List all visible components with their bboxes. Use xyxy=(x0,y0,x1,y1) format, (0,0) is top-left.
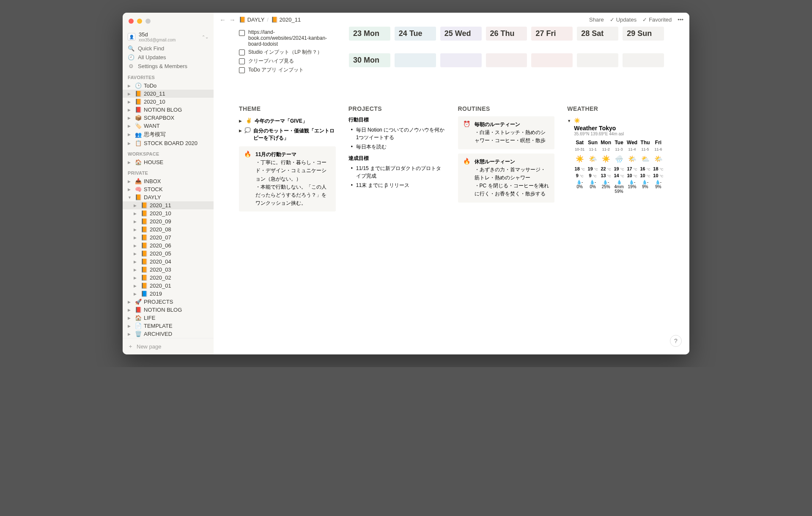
toggle-item[interactable]: ▶✌️ 今年のテーマ「GIVE」 xyxy=(239,116,336,126)
sidebar-item-label: STOCK BOARD 2020 xyxy=(144,140,198,146)
day-label xyxy=(440,53,482,67)
sidebar-item[interactable]: ▶📙2020_09 xyxy=(123,217,214,225)
checkbox[interactable] xyxy=(239,30,245,36)
checkbox[interactable] xyxy=(239,67,245,73)
sidebar-item[interactable]: ▶📙2020_10 xyxy=(123,209,214,217)
calendar-day[interactable]: 29 Sun xyxy=(623,27,664,41)
sidebar-item[interactable]: ▶📙2020_06 xyxy=(123,242,214,250)
updates-button[interactable]: ✓ Updates xyxy=(610,16,636,23)
sidebar-item-label: NOTION BLOG xyxy=(144,107,182,113)
triangle-icon: ▶ xyxy=(134,211,139,216)
sidebar-item[interactable]: ▶🚀PROJECTS xyxy=(123,298,214,306)
settings-members[interactable]: ⚙Settings & Members xyxy=(123,62,214,71)
weather-icon: 🌧️ xyxy=(613,153,625,165)
page-icon: 📙 xyxy=(140,218,148,225)
calendar-day[interactable]: 25 Wed xyxy=(440,27,482,41)
calendar-day[interactable] xyxy=(486,53,527,67)
sidebar-item[interactable]: ▶📙2020_02 xyxy=(123,274,214,282)
sidebar-item[interactable]: ▶👥思考模写 xyxy=(123,130,214,139)
calendar-day[interactable] xyxy=(395,53,436,67)
todo-item[interactable]: Studio インプット（LP 制作？） xyxy=(239,48,332,57)
sidebar-item[interactable]: ▶🗑️ARCHIVED xyxy=(123,330,214,338)
sidebar-item[interactable]: ▶📙2020_07 xyxy=(123,233,214,242)
sidebar-item[interactable]: ▶📄TEMPLATE xyxy=(123,322,214,330)
maximize-icon[interactable] xyxy=(145,19,151,24)
workspace-switcher[interactable]: 👤 35d xxx35d@gmail.com ⌃⌄ xyxy=(123,30,214,44)
sidebar-item[interactable]: ▶📙2020_04 xyxy=(123,258,214,266)
close-icon[interactable] xyxy=(129,19,134,24)
nav-back-button[interactable]: ← xyxy=(219,16,226,23)
weather-day: Mon xyxy=(600,140,612,145)
calendar-day[interactable]: 30 Mon xyxy=(349,53,390,67)
calendar-day[interactable]: 24 Tue xyxy=(395,27,436,41)
sidebar-item[interactable]: ▶📙2020_11 xyxy=(123,90,214,98)
triangle-icon: ▶ xyxy=(128,160,133,165)
window-controls[interactable] xyxy=(129,19,151,24)
sidebar-item[interactable]: ▶📙2020_05 xyxy=(123,250,214,258)
sidebar-item-label: 2020_09 xyxy=(150,218,171,225)
avatar: 👤 xyxy=(128,33,135,41)
triangle-icon: ▶ xyxy=(134,220,139,224)
calendar-day[interactable]: 27 Fri xyxy=(531,27,573,41)
weather-date: 11-1 xyxy=(587,147,598,151)
help-button[interactable]: ? xyxy=(670,335,682,347)
sidebar-item[interactable]: ▶📋STOCK BOARD 2020 xyxy=(123,139,214,147)
todo-item[interactable]: クリープハイプ見る xyxy=(239,57,332,66)
sidebar-item[interactable]: ▶🏠LIFE xyxy=(123,314,214,322)
checkbox[interactable] xyxy=(239,49,245,55)
sidebar-item[interactable]: ▶📙2020_08 xyxy=(123,225,214,233)
weather-high: 16 °C xyxy=(639,166,651,171)
calendar-day[interactable] xyxy=(577,53,618,67)
weather-day: Wed xyxy=(626,140,638,145)
weather-low: 13 °C xyxy=(600,173,612,178)
sidebar-item-label: WANT xyxy=(144,123,160,129)
toggle-item[interactable]: ▶💭 自分のモットー・価値観「エントロピーを下げる」 xyxy=(239,126,336,143)
sidebar-item[interactable]: ▼📙DAYLY xyxy=(123,193,214,201)
calendar-day[interactable]: 26 Thu xyxy=(486,27,527,41)
calendar-day[interactable]: 23 Mon xyxy=(349,27,390,41)
toggle-item[interactable]: ▼☀️ xyxy=(567,116,664,125)
triangle-icon: ▶ xyxy=(134,268,139,272)
all-updates[interactable]: 🕘All Updates xyxy=(123,53,214,62)
sidebar-item[interactable]: ▶📙2020_03 xyxy=(123,266,214,274)
page-icon: 📥 xyxy=(134,178,142,184)
more-icon[interactable]: ••• xyxy=(678,16,683,23)
sidebar-item[interactable]: ▶🧠STOCK xyxy=(123,185,214,193)
theme-column: THEME ▶✌️ 今年のテーマ「GIVE」 ▶💭 自分のモットー・価値観「エン… xyxy=(239,105,336,216)
new-page-button[interactable]: ＋New page xyxy=(123,338,214,354)
sidebar-item-label: LIFE xyxy=(144,315,155,321)
sidebar-item[interactable]: ▶📙2020_10 xyxy=(123,98,214,106)
minimize-icon[interactable] xyxy=(137,19,142,24)
breadcrumb-item[interactable]: 📙 DAYLY xyxy=(239,16,264,23)
nav-forward-button[interactable]: → xyxy=(229,16,236,23)
calendar-day[interactable] xyxy=(440,53,482,67)
todo-item[interactable]: ToDo アプリ インプット xyxy=(239,66,332,74)
sidebar-item[interactable]: ▶📕NOTION BLOG xyxy=(123,306,214,314)
triangle-icon: ▼ xyxy=(567,118,571,124)
calendar-day[interactable]: 28 Sat xyxy=(577,27,618,41)
triangle-icon: ▶ xyxy=(128,124,133,128)
triangle-icon: ▶ xyxy=(128,108,133,112)
sidebar-item[interactable]: ▶📥INBOX xyxy=(123,177,214,185)
sidebar-item[interactable]: ▶🏠HOUSE xyxy=(123,158,214,166)
sidebar-item[interactable]: ▶📕NOTION BLOG xyxy=(123,106,214,114)
calendar-day[interactable] xyxy=(623,53,664,67)
sidebar-item[interactable]: ▶📙2020_01 xyxy=(123,282,214,290)
page-icon: 👥 xyxy=(134,132,142,138)
triangle-icon: ▶ xyxy=(128,316,133,320)
favorited-button[interactable]: ✓ Favorited xyxy=(642,16,672,23)
sidebar-item[interactable]: ▶🏷️WANT xyxy=(123,122,214,130)
sidebar-item[interactable]: ▶🕒ToDo xyxy=(123,82,214,90)
breadcrumb-item[interactable]: 📙 2020_11 xyxy=(271,16,301,23)
checkbox[interactable] xyxy=(239,58,245,64)
todo-item[interactable]: https://land-book.com/websites/20241-kan… xyxy=(239,28,332,48)
sidebar-item[interactable]: ▶📘2019 xyxy=(123,290,214,298)
share-button[interactable]: Share xyxy=(589,16,604,23)
quick-find[interactable]: 🔍Quick Find xyxy=(123,44,214,53)
sidebar-item[interactable]: ▶📦SCRAPBOX xyxy=(123,114,214,122)
triangle-icon: ▶ xyxy=(128,179,133,184)
sidebar-item[interactable]: ▶📙2020_11 xyxy=(123,201,214,209)
weather-day: Sat xyxy=(574,140,585,145)
sidebar-item-label: 2020_06 xyxy=(150,242,171,249)
calendar-day[interactable] xyxy=(531,53,573,67)
